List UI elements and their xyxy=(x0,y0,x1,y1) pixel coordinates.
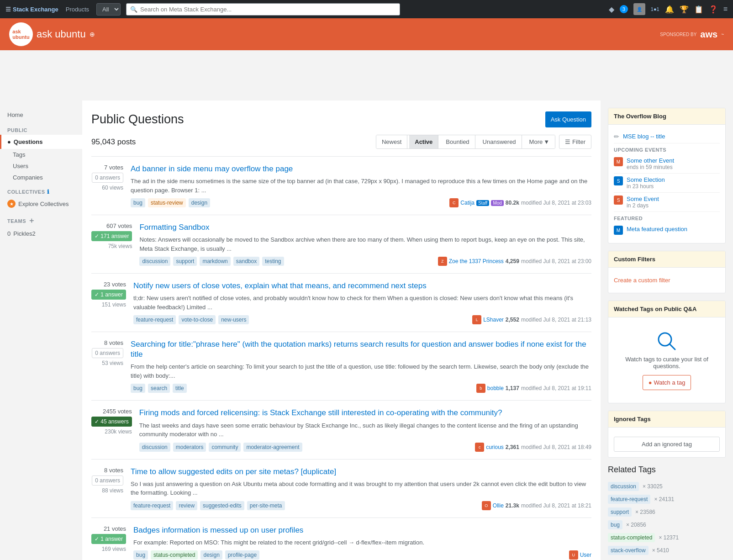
question-title[interactable]: Ad banner in side menu may overflow the … xyxy=(131,164,591,174)
related-tag[interactable]: bug xyxy=(608,520,622,529)
svg-line-1 xyxy=(670,344,675,349)
tag-status-review[interactable]: status-review xyxy=(148,198,186,207)
achievements-icon[interactable]: 🏆 xyxy=(680,5,689,14)
search-input[interactable] xyxy=(140,4,396,15)
featured-item-1[interactable]: M Meta featured question xyxy=(614,223,720,238)
sidebar-item-questions[interactable]: ● Questions xyxy=(0,135,82,149)
tag-moderators[interactable]: moderators xyxy=(173,443,206,452)
question-title[interactable]: Notify new users of close votes, explain… xyxy=(133,281,591,291)
related-tag[interactable]: discussion xyxy=(608,482,639,491)
tag-discussion[interactable]: discussion xyxy=(139,443,170,452)
ignored-tags-header: Ignored Tags xyxy=(608,411,725,428)
sidebar-item-companies[interactable]: Companies xyxy=(0,172,82,183)
ask-question-button[interactable]: Ask Question xyxy=(545,111,591,127)
user-link[interactable]: User xyxy=(580,552,591,558)
sidebar-item-users[interactable]: Users xyxy=(0,160,82,172)
tag-status-completed[interactable]: status-completed xyxy=(151,550,198,560)
tag-bug[interactable]: bug xyxy=(131,198,145,207)
tab-active[interactable]: Active xyxy=(409,135,438,148)
tag-design[interactable]: design xyxy=(189,198,210,207)
question-title[interactable]: Formatting Sandbox xyxy=(139,222,591,232)
tag-new-users[interactable]: new-users xyxy=(218,315,249,324)
blog-item-1[interactable]: ✏ MSE blog -- title xyxy=(614,130,720,143)
answers-count: ✓ 1 answer xyxy=(91,534,126,544)
question-title[interactable]: Searching for title:"phrase here" (with … xyxy=(131,339,591,359)
explore-collectives-label: Explore Collectives xyxy=(18,201,69,207)
question-title[interactable]: Firing mods and forced relicensing: is S… xyxy=(139,408,591,418)
user-link[interactable]: bobble xyxy=(487,385,504,391)
tag-support[interactable]: support xyxy=(173,257,197,266)
tag-per-site-meta[interactable]: per-site-meta xyxy=(247,501,285,510)
user-link[interactable]: LShaver xyxy=(483,317,504,323)
tag-testing[interactable]: testing xyxy=(262,257,284,266)
create-filter-link[interactable]: Create a custom filter xyxy=(614,273,720,287)
related-tag[interactable]: stack-overflow xyxy=(608,546,649,555)
menu-icon[interactable]: ≡ xyxy=(723,5,728,13)
related-tag-count: × 33025 xyxy=(643,483,663,490)
watch-tag-button[interactable]: ● Watch a tag xyxy=(643,375,691,390)
related-tag[interactable]: support xyxy=(608,507,632,517)
question-title[interactable]: Time to allow suggested edits on per sit… xyxy=(131,467,591,477)
tab-newest[interactable]: Newest xyxy=(376,135,407,148)
review-icon[interactable]: 📋 xyxy=(694,5,703,14)
user-avatar[interactable]: 👤 xyxy=(633,3,645,15)
teams-add-button[interactable]: ＋ xyxy=(28,217,36,224)
related-tag[interactable]: feature-request xyxy=(608,495,650,504)
tag-bug[interactable]: bug xyxy=(133,550,148,560)
user-link[interactable]: Ollie xyxy=(493,502,504,509)
question-title[interactable]: Badges information is messed up on user … xyxy=(133,525,591,535)
event-icon-2: S xyxy=(614,176,623,185)
user-link[interactable]: curious xyxy=(486,444,504,450)
products-button[interactable]: Products xyxy=(62,4,93,15)
tag-feature-request[interactable]: feature-request xyxy=(131,501,173,510)
related-tag[interactable]: status-completed xyxy=(608,533,655,542)
diamond-icon[interactable]: ◆ xyxy=(609,5,614,14)
tag-moderator-agreement[interactable]: moderator-agreement xyxy=(243,443,302,452)
page-title: Public Questions xyxy=(91,112,184,127)
tab-more[interactable]: More ▼ xyxy=(524,135,555,148)
question-stats: 23 votes ✓ 1 answer 151 views xyxy=(91,281,126,324)
tag-search[interactable]: search xyxy=(148,384,170,393)
question-footer: discussionmoderatorscommunitymoderator-a… xyxy=(139,443,591,452)
site-name: ask ubuntu xyxy=(37,28,86,40)
featured-title: Meta featured question xyxy=(627,226,687,232)
filter-button[interactable]: ☰ Filter xyxy=(559,135,591,149)
sidebar-item-home[interactable]: Home xyxy=(0,108,82,122)
logo-circle: askubuntu xyxy=(9,22,33,46)
overflow-blog-widget: The Overflow Blog ✏ MSE blog -- title Up… xyxy=(608,108,726,243)
tag-profile-page[interactable]: profile-page xyxy=(225,550,259,560)
user-link[interactable]: Zoe the 1337 Princess xyxy=(449,258,504,264)
search-container: 🔍 xyxy=(126,3,400,16)
event-item-1[interactable]: M Some other Event ends in 59 minutes xyxy=(614,154,720,174)
user-link[interactable]: Catija xyxy=(460,200,475,206)
tag-markdown[interactable]: markdown xyxy=(200,257,230,266)
tag-design[interactable]: design xyxy=(200,550,222,560)
tag-vote-to-close[interactable]: vote-to-close xyxy=(179,315,216,324)
tag-community[interactable]: community xyxy=(209,443,241,452)
tag-suggested-edits[interactable]: suggested-edits xyxy=(200,501,244,510)
event-item-2[interactable]: S Some Election in 23 hours xyxy=(614,174,720,193)
sidebar-item-teams-pickles[interactable]: 0 Pickles2 xyxy=(0,227,82,240)
collectives-info-icon[interactable]: ℹ xyxy=(47,189,50,195)
site-logo-area[interactable]: askubuntu ask ubuntu ⊕ xyxy=(9,22,95,46)
related-tag-item: discussion × 33025 xyxy=(608,480,726,493)
help-icon[interactable]: ❓ xyxy=(709,5,718,14)
tag-discussion[interactable]: discussion xyxy=(139,257,170,266)
sidebar-item-explore-collectives[interactable]: ★ Explore Collectives xyxy=(0,197,82,211)
tab-bountied[interactable]: Bountied xyxy=(440,135,475,148)
add-ignored-tag-button[interactable]: Add an ignored tag xyxy=(614,437,720,452)
tag-title[interactable]: title xyxy=(173,384,187,393)
tag-feature-request[interactable]: feature-request xyxy=(133,315,176,324)
question-excerpt: tl;dr: New users aren't notified of clos… xyxy=(133,294,591,312)
inbox-badge[interactable]: 3 xyxy=(620,5,628,13)
scope-select[interactable]: All xyxy=(96,3,121,16)
related-tags-list: discussion × 33025 feature-request × 241… xyxy=(608,480,726,557)
tab-unanswered[interactable]: Unanswered xyxy=(477,135,522,148)
tag-review[interactable]: review xyxy=(176,501,197,510)
tag-bug[interactable]: bug xyxy=(131,384,145,393)
inbox-icon[interactable]: 🔔 xyxy=(665,5,674,14)
tag-sandbox[interactable]: sandbox xyxy=(233,257,259,266)
event-item-3[interactable]: S Some Event in 2 days xyxy=(614,193,720,212)
site-logo[interactable]: ☰ Stack Exchange xyxy=(5,6,58,13)
sidebar-item-tags[interactable]: Tags xyxy=(0,149,82,160)
